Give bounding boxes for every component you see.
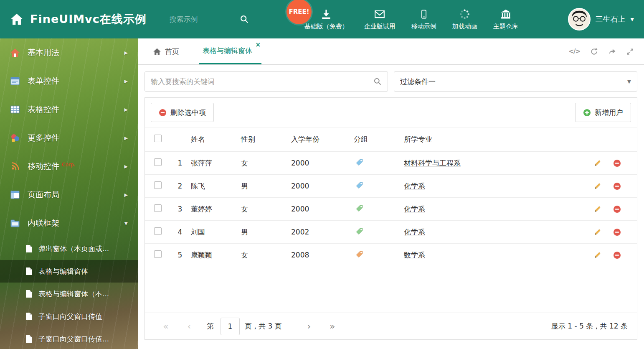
nav-item-loading-animation[interactable]: 加载动画 bbox=[452, 8, 477, 31]
cell-major: 化学系 bbox=[404, 181, 587, 191]
major-link[interactable]: 化学系 bbox=[404, 205, 425, 213]
delete-row-icon[interactable] bbox=[613, 159, 621, 167]
chevron-right-icon: ▶ bbox=[124, 79, 128, 84]
add-user-button[interactable]: 新增用户 bbox=[575, 103, 631, 122]
table-icon bbox=[10, 104, 21, 115]
filter-row: 过滤条件一 ▼ bbox=[145, 71, 637, 92]
sidebar-subitem-child-to-parent-2[interactable]: 子窗口向父窗口传值... bbox=[0, 328, 138, 349]
major-link[interactable]: 材料科学与工程系 bbox=[404, 159, 461, 167]
file-icon bbox=[25, 290, 33, 298]
chevron-right-icon: ▶ bbox=[124, 164, 128, 169]
page-suffix-label: 页 , 共 3 页 bbox=[245, 321, 282, 331]
column-header-name[interactable]: 姓名 bbox=[191, 135, 241, 144]
sidebar-item-basic-usage[interactable]: 基本用法 ▶ bbox=[0, 38, 138, 67]
share-arrow-icon[interactable] bbox=[608, 48, 616, 56]
add-circle-icon bbox=[583, 109, 591, 117]
file-icon bbox=[25, 312, 33, 321]
edit-pencil-icon[interactable] bbox=[593, 159, 601, 167]
tag-icon bbox=[355, 229, 363, 237]
cell-group bbox=[354, 227, 404, 237]
top-header: FineUIMvc在线示例 FREE! 基础版（免费） 企业版试用 移动示例 bbox=[0, 0, 644, 38]
delete-row-icon[interactable] bbox=[613, 251, 621, 259]
table-row[interactable]: 5 康颖颖 女 2008 数学系 bbox=[145, 243, 637, 266]
sidebar-item-grid-controls[interactable]: 表格控件 ▶ bbox=[0, 95, 138, 124]
edit-pencil-icon[interactable] bbox=[593, 182, 601, 190]
major-link[interactable]: 化学系 bbox=[404, 182, 425, 190]
cell-name: 董婷婷 bbox=[191, 204, 241, 214]
table-row[interactable]: 2 陈飞 男 2000 化学系 bbox=[145, 174, 637, 197]
sidebar-subitem-child-to-parent[interactable]: 子窗口向父窗口传值 bbox=[0, 305, 138, 328]
sidebar-subitem-grid-edit-window[interactable]: 表格与编辑窗体 bbox=[0, 260, 138, 283]
prev-page-button[interactable]: ‹ bbox=[177, 321, 201, 331]
nav-item-theme-store[interactable]: 主题仓库 bbox=[493, 8, 518, 31]
row-checkbox[interactable] bbox=[154, 204, 162, 212]
cell-major: 数学系 bbox=[404, 250, 587, 260]
delete-row-icon[interactable] bbox=[613, 205, 621, 213]
tab-toolbar: </> bbox=[568, 38, 634, 64]
keyword-search-box bbox=[145, 71, 388, 92]
major-link[interactable]: 化学系 bbox=[404, 228, 425, 236]
page-number-input[interactable] bbox=[221, 318, 240, 335]
nav-item-label: 移动示例 bbox=[411, 23, 436, 31]
tab-grid-edit-window[interactable]: 表格与编辑窗体 × bbox=[199, 38, 261, 64]
keyword-search-input[interactable] bbox=[151, 77, 373, 86]
source-code-icon[interactable]: </> bbox=[568, 48, 580, 55]
cell-name: 康颖颖 bbox=[191, 250, 241, 260]
delete-row-icon[interactable] bbox=[613, 228, 621, 236]
table-header-row: 姓名 性别 入学年份 分组 所学专业 bbox=[145, 127, 637, 151]
chevron-down-icon: ▼ bbox=[627, 79, 631, 84]
row-checkbox[interactable] bbox=[154, 181, 162, 189]
pager-divider bbox=[293, 321, 293, 332]
nav-item-enterprise-trial[interactable]: 企业版试用 bbox=[364, 8, 396, 31]
last-page-button[interactable]: » bbox=[321, 321, 344, 331]
user-name: 三生石上 bbox=[596, 14, 626, 24]
search-icon[interactable] bbox=[240, 15, 249, 24]
chevron-right-icon: ▶ bbox=[124, 50, 128, 56]
sidebar-item-more-controls[interactable]: 更多控件 ▶ bbox=[0, 124, 138, 152]
select-all-checkbox[interactable] bbox=[154, 135, 162, 142]
filter-dropdown[interactable]: 过滤条件一 ▼ bbox=[394, 71, 637, 92]
edit-pencil-icon[interactable] bbox=[593, 251, 601, 259]
home-icon bbox=[153, 48, 161, 55]
table-row[interactable]: 4 刘国 男 2002 化学系 bbox=[145, 220, 637, 243]
sidebar-item-mobile-controls[interactable]: 移动控件 Corp. ▶ bbox=[0, 152, 138, 181]
tab-home[interactable]: 首页 bbox=[150, 38, 182, 64]
cell-major: 化学系 bbox=[404, 227, 587, 237]
table-row[interactable]: 3 董婷婷 女 2000 化学系 bbox=[145, 197, 637, 220]
envelope-icon bbox=[374, 8, 385, 20]
nav-item-mobile-demo[interactable]: 移动示例 bbox=[411, 8, 436, 31]
user-menu[interactable]: 三生石上 ▼ bbox=[568, 8, 634, 31]
sidebar-item-form-controls[interactable]: 表单控件 ▶ bbox=[0, 67, 138, 95]
major-link[interactable]: 数学系 bbox=[404, 251, 425, 259]
edit-pencil-icon[interactable] bbox=[593, 205, 601, 213]
next-page-button[interactable]: › bbox=[297, 321, 321, 331]
cell-gender: 男 bbox=[241, 181, 291, 191]
nav-item-label: 企业版试用 bbox=[364, 23, 396, 31]
sidebar-item-inline-frame[interactable]: 内联框架 ▼ bbox=[0, 209, 138, 237]
table-row[interactable]: 1 张萍萍 女 2000 材料科学与工程系 bbox=[145, 151, 637, 174]
row-checkbox[interactable] bbox=[154, 227, 162, 235]
sidebar-subitem-popup-window[interactable]: 弹出窗体（本页面或... bbox=[0, 237, 138, 260]
home-icon[interactable] bbox=[10, 13, 23, 26]
row-checkbox[interactable] bbox=[154, 250, 162, 258]
column-header-gender[interactable]: 性别 bbox=[241, 135, 291, 144]
close-icon[interactable]: × bbox=[255, 42, 261, 48]
edit-pencil-icon[interactable] bbox=[593, 228, 601, 236]
search-icon[interactable] bbox=[373, 77, 382, 86]
refresh-icon[interactable] bbox=[590, 48, 598, 56]
first-page-button[interactable]: « bbox=[154, 321, 177, 331]
column-header-major[interactable]: 所学专业 bbox=[404, 135, 587, 144]
row-actions bbox=[587, 228, 637, 236]
column-header-group[interactable]: 分组 bbox=[354, 135, 404, 144]
expand-icon[interactable] bbox=[626, 48, 634, 56]
sidebar-subitem-grid-edit-window-2[interactable]: 表格与编辑窗体（不... bbox=[0, 283, 138, 305]
delete-row-icon[interactable] bbox=[613, 182, 621, 190]
header-search-input[interactable] bbox=[170, 15, 236, 23]
column-header-year[interactable]: 入学年份 bbox=[291, 135, 354, 144]
house-icon bbox=[10, 48, 21, 58]
sidebar-item-page-layout[interactable]: 页面布局 ▶ bbox=[0, 181, 138, 209]
chevron-right-icon: ▶ bbox=[124, 135, 128, 141]
delete-selected-button[interactable]: 删除选中项 bbox=[151, 103, 214, 122]
row-checkbox[interactable] bbox=[154, 158, 162, 166]
row-number: 3 bbox=[169, 205, 191, 213]
